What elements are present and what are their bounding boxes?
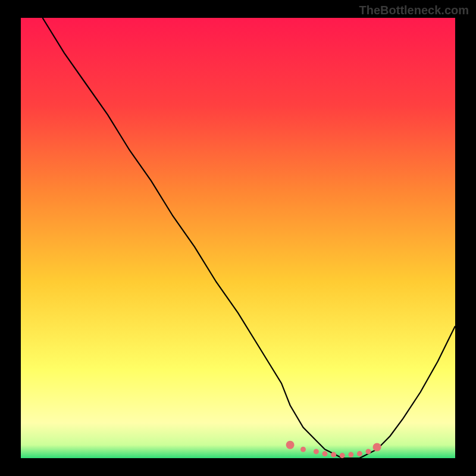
optimal-dot (331, 452, 336, 458)
plot-area (21, 18, 455, 458)
optimal-dot (300, 447, 306, 452)
optimal-dot (314, 449, 319, 454)
curve-svg (21, 18, 455, 458)
watermark-text: TheBottleneck.com (359, 4, 469, 17)
optimal-range-dots (286, 441, 381, 458)
optimal-dot (322, 451, 328, 456)
chart-container: TheBottleneck.com (0, 0, 476, 476)
optimal-dot (348, 452, 353, 458)
optimal-dot (373, 443, 381, 452)
bottleneck-curve (43, 18, 456, 458)
optimal-dot (366, 449, 371, 454)
optimal-dot (340, 453, 345, 458)
optimal-dot (357, 451, 362, 456)
optimal-dot (286, 441, 295, 449)
